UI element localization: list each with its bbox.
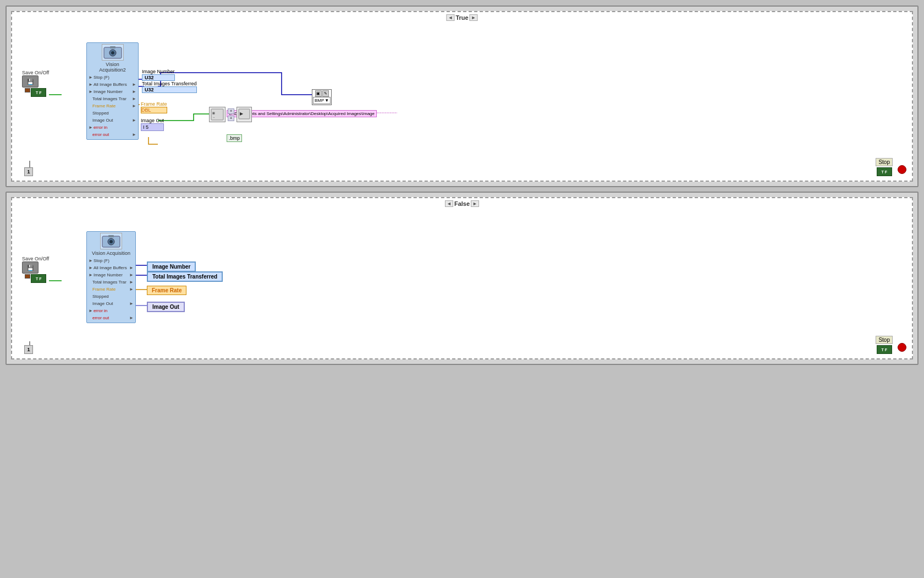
vision-node-title-bottom: Vision Acquisition	[88, 250, 134, 256]
write-node-1[interactable]: ▦ →	[209, 107, 226, 122]
vision-node-title-top: Vision Acquisition2	[88, 62, 137, 73]
loop-indicator-top: 1	[24, 167, 33, 176]
image-number-indicator-top: U32	[142, 74, 175, 81]
vision-node-ports-top: ►Stop (F) ►All Image Buffers► ►Image Num…	[88, 74, 137, 138]
total-images-indicator-bottom: Total Images Transferred	[147, 271, 223, 282]
image-out-display-bottom: Image Out	[147, 302, 185, 312]
bottom-diagram-inner: ◄ False ► Save On/Off	[11, 197, 913, 359]
image-out-section-top: Image Out I 5	[141, 118, 164, 131]
top-diagram-inner: ◄ True ►	[11, 11, 913, 182]
case-prev-arrow-bottom[interactable]: ◄	[445, 200, 453, 207]
case-value-true: True	[455, 14, 468, 21]
tf-button-top[interactable]: T F	[31, 88, 46, 97]
frame-rate-display-bottom: Frame Rate	[147, 286, 186, 295]
frame-rate-indicator-bottom: Frame Rate	[147, 286, 186, 295]
tf-button-bottom[interactable]: T F	[31, 274, 46, 283]
total-images-indicator-top: U32	[142, 86, 197, 93]
total-images-display-bottom: Total Images Transferred	[147, 271, 223, 282]
image-out-label-top: Image Out	[141, 118, 164, 123]
frame-rate-label-top: Frame Rate	[141, 101, 167, 107]
vision-icon-bottom	[100, 233, 122, 249]
svg-point-9	[111, 51, 114, 54]
write-node-2[interactable]: ▶	[237, 107, 252, 122]
save-icon-top[interactable]: 💾	[22, 75, 38, 88]
abort-button-top[interactable]	[898, 165, 906, 174]
case-value-false: False	[454, 200, 470, 207]
total-images-section-top: Total Images Transferred U32	[142, 81, 197, 93]
vision-node-ports-bottom: ►Stop (F) ►All Image Buffers► ►Image Num…	[88, 257, 134, 321]
connector-dots: + +	[228, 108, 234, 121]
svg-rect-25	[108, 235, 114, 237]
svg-text:▶: ▶	[240, 111, 244, 116]
svg-point-24	[109, 240, 113, 243]
save-onoff-bottom: Save On/Off 💾 T F	[22, 256, 49, 283]
image-number-display-bottom: Image Number	[147, 261, 196, 272]
case-prev-arrow[interactable]: ◄	[446, 14, 454, 21]
loop-indicator-bottom: 1	[24, 345, 33, 354]
image-number-section-top: Image Number U32	[142, 69, 175, 81]
frame-rate-section-top: Frame Rate DBL	[141, 101, 167, 113]
false-case-label: ◄ False ►	[445, 200, 479, 207]
wires-svg-top	[12, 12, 912, 181]
abort-button-bottom[interactable]	[898, 343, 906, 352]
case-next-arrow-bottom[interactable]: ►	[471, 200, 479, 207]
ext-indicator-top: .bmp	[227, 134, 242, 142]
frame-rate-indicator-top: DBL	[141, 107, 167, 113]
main-container: ◄ True ►	[0, 0, 924, 370]
stop-button-bottom[interactable]: Stop	[876, 336, 893, 344]
save-icon-bottom[interactable]: 💾	[22, 261, 38, 274]
save-onoff-label-top: Save On/Off	[22, 70, 49, 75]
image-out-indicator-top: I 5	[141, 123, 164, 131]
stop-section-top: Stop T F	[876, 158, 893, 176]
save-onoff-top: Save On/Off 💾 T F	[22, 70, 49, 97]
svg-text:→: →	[212, 116, 215, 119]
write-nodes-top: ▦ → + + ▶	[209, 107, 252, 122]
vision-node-top[interactable]: Vision Acquisition2 ►Stop (F) ►All Image…	[86, 42, 139, 140]
bmp-label-top: BMP	[315, 98, 324, 103]
svg-text:▦: ▦	[212, 111, 215, 114]
vision-node-bottom[interactable]: Vision Acquisition ►Stop (F) ►All Image …	[86, 231, 136, 323]
image-out-indicator-bottom: Image Out	[147, 302, 185, 312]
total-images-label-top: Total Images Transferred	[142, 81, 197, 86]
case-next-arrow[interactable]: ►	[470, 14, 478, 21]
bmp-selector-top[interactable]: ▣ ✎ BMP ▼	[312, 89, 332, 105]
image-number-label-top: Image Number	[142, 69, 175, 74]
save-onoff-label-bottom: Save On/Off	[22, 256, 49, 261]
image-number-indicator-bottom: Image Number	[147, 261, 196, 272]
vision-icon-top	[102, 44, 124, 61]
top-diagram-panel: ◄ True ►	[6, 6, 919, 187]
tf-indicator-top: T F	[877, 167, 892, 176]
true-case-label: ◄ True ►	[446, 14, 477, 21]
tf-indicator-bottom: T F	[877, 345, 892, 354]
bottom-diagram-panel: ◄ False ► Save On/Off	[6, 192, 919, 365]
stop-button-top[interactable]: Stop	[876, 158, 893, 166]
svg-rect-10	[110, 46, 116, 48]
stop-section-bottom: Stop T F	[876, 336, 893, 354]
